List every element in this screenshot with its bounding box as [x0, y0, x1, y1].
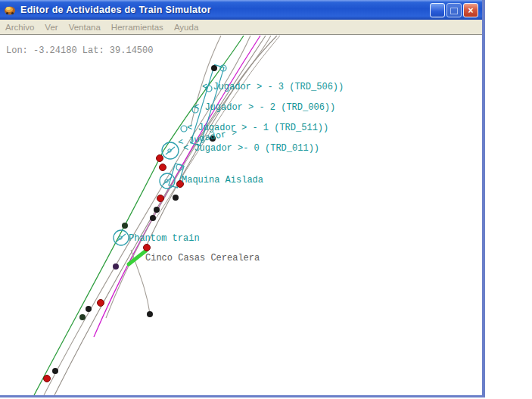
track-vertex-black[interactable]	[52, 368, 58, 374]
menu-herramientas[interactable]: Herramientas	[106, 21, 169, 33]
track-vertex-red[interactable]	[144, 245, 151, 251]
close-button[interactable]: ×	[463, 3, 478, 17]
track-vertex-red[interactable]	[44, 376, 51, 382]
maximize-button[interactable]	[446, 3, 462, 17]
label-jugador-0[interactable]: < Jugador >- 0 (TRD_011))	[183, 143, 319, 154]
window-title: Editor de Actividades de Train Simulator	[20, 5, 211, 15]
menu-ver[interactable]: Ver	[39, 21, 63, 33]
label-cinco-casas[interactable]: Cinco Casas Cerealera	[145, 253, 260, 263]
flag-marker-3[interactable]	[181, 126, 187, 132]
track-vertex-black[interactable]	[211, 65, 217, 71]
track-vertex-black[interactable]	[86, 306, 92, 312]
track-vertex-black[interactable]	[147, 311, 153, 317]
menu-ventana[interactable]: Ventana	[64, 21, 106, 33]
track-vertex-dark_green[interactable]	[122, 223, 128, 229]
track-vertex-red[interactable]	[160, 164, 166, 171]
title-bar[interactable]: Editor de Actividades de Train Simulator…	[0, 0, 482, 20]
track-vertex-red[interactable]	[157, 195, 164, 202]
menu-ayuda[interactable]: Ayuda	[169, 21, 204, 33]
track-vertex-black[interactable]	[154, 207, 160, 213]
track-vertex-black[interactable]	[173, 195, 179, 201]
track-vertex-dark_green[interactable]	[79, 314, 86, 320]
app-icon	[4, 4, 17, 17]
close-icon: ×	[468, 6, 473, 15]
track-vertex-black[interactable]	[150, 215, 156, 221]
track-vertex-red[interactable]	[98, 300, 104, 307]
label-jugador-3[interactable]: < Jugador > - 3 (TRD_506))	[202, 82, 344, 92]
label-maquina-aislada[interactable]: Maquina Aislada	[182, 175, 263, 185]
lonlat-readout: Lon: -3.24180 Lat: 39.14500	[6, 45, 153, 56]
track-vertex-red[interactable]	[157, 155, 163, 162]
menu-archivo[interactable]: Archivo	[0, 21, 39, 33]
label-jugador-2[interactable]: < Jugador > - 2 (TRD_006))	[194, 102, 335, 113]
app-window: Editor de Actividades de Train Simulator…	[0, 0, 485, 397]
menu-bar: Archivo Ver Ventana Herramientas Ayuda	[0, 20, 482, 35]
track-vertex-purple[interactable]	[113, 263, 119, 270]
minimize-button[interactable]: _	[430, 3, 445, 17]
train-circle-jugador-tick	[166, 147, 175, 154]
label-phantom-train[interactable]: Phantom train	[129, 233, 200, 244]
minimize-icon: _	[435, 9, 440, 17]
maximize-icon	[450, 8, 458, 14]
map-svg	[0, 0, 482, 395]
